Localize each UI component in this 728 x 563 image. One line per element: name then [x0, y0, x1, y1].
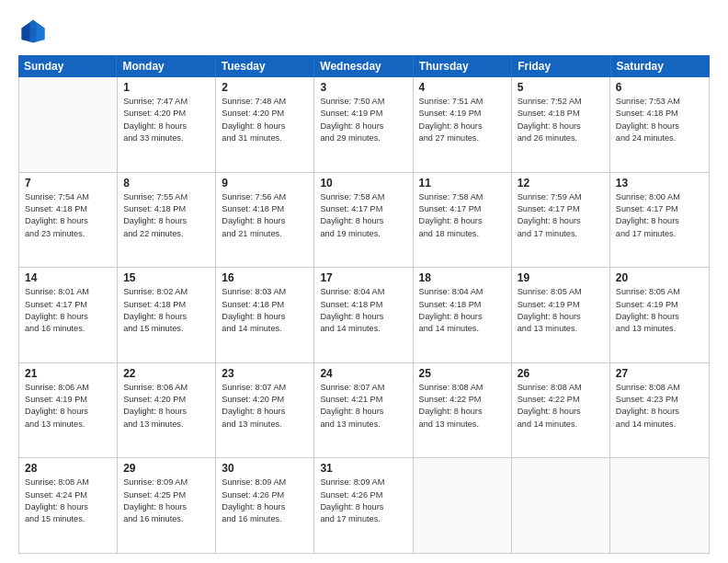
table-row: 4Sunrise: 7:51 AMSunset: 4:19 PMDaylight… — [414, 77, 512, 172]
cell-line: Daylight: 8 hours — [25, 501, 111, 513]
cell-line: Sunset: 4:19 PM — [419, 108, 506, 120]
cell-line: Sunset: 4:26 PM — [222, 489, 308, 501]
cell-line: Daylight: 8 hours — [419, 311, 506, 323]
cell-line: Sunset: 4:18 PM — [25, 203, 111, 215]
day-number: 24 — [320, 367, 406, 380]
cell-line: Sunrise: 8:05 AM — [616, 286, 703, 298]
day-number: 11 — [419, 177, 506, 190]
cell-line: Daylight: 8 hours — [123, 215, 210, 227]
table-row: 26Sunrise: 8:08 AMSunset: 4:22 PMDayligh… — [512, 363, 610, 458]
cell-line: Daylight: 8 hours — [123, 501, 210, 513]
cell-line: Sunrise: 7:54 AM — [25, 191, 111, 203]
table-row: 12Sunrise: 7:59 AMSunset: 4:17 PMDayligh… — [512, 173, 610, 268]
table-row: 14Sunrise: 8:01 AMSunset: 4:17 PMDayligh… — [19, 268, 118, 362]
table-row — [512, 458, 610, 553]
cell-line: Daylight: 8 hours — [419, 215, 506, 227]
logo-icon — [18, 17, 48, 46]
cell-line: Sunrise: 7:53 AM — [616, 96, 703, 108]
table-row — [414, 458, 512, 553]
day-number: 10 — [320, 177, 406, 190]
table-row: 22Sunrise: 8:06 AMSunset: 4:20 PMDayligh… — [118, 363, 216, 458]
cell-line: Sunset: 4:19 PM — [518, 299, 604, 311]
calendar-row: 28Sunrise: 8:08 AMSunset: 4:24 PMDayligh… — [19, 458, 709, 553]
cell-line: Sunset: 4:17 PM — [320, 203, 406, 215]
cell-line: Sunset: 4:17 PM — [616, 203, 703, 215]
day-number: 15 — [123, 271, 210, 284]
cell-line: Daylight: 8 hours — [222, 215, 308, 227]
day-number: 1 — [123, 81, 210, 94]
day-number: 17 — [320, 271, 406, 284]
cell-line: Daylight: 8 hours — [123, 311, 210, 323]
cell-line: Sunset: 4:18 PM — [123, 299, 210, 311]
cell-line: Sunset: 4:26 PM — [320, 489, 406, 501]
day-number: 5 — [518, 81, 604, 94]
cell-line: and 16 minutes. — [222, 513, 308, 525]
table-row: 6Sunrise: 7:53 AMSunset: 4:18 PMDaylight… — [610, 77, 709, 172]
cell-line: Sunrise: 7:47 AM — [123, 96, 210, 108]
day-number: 25 — [419, 367, 506, 380]
cell-line: Sunrise: 8:07 AM — [320, 382, 406, 394]
cell-line: Sunset: 4:20 PM — [123, 108, 210, 120]
cell-line: and 21 minutes. — [222, 228, 308, 240]
cell-line: Sunrise: 8:03 AM — [222, 286, 308, 298]
cell-line: Daylight: 8 hours — [616, 311, 703, 323]
cell-line: Sunset: 4:25 PM — [123, 489, 210, 501]
day-number: 31 — [320, 462, 406, 475]
cell-line: and 33 minutes. — [123, 132, 210, 144]
cell-line: Daylight: 8 hours — [518, 406, 604, 418]
day-number: 4 — [419, 81, 506, 94]
cell-line: Sunset: 4:17 PM — [25, 299, 111, 311]
svg-marker-2 — [22, 23, 30, 41]
header-cell-thursday: Thursday — [414, 55, 512, 77]
header-cell-friday: Friday — [512, 55, 610, 77]
day-number: 29 — [123, 462, 210, 475]
cell-line: Daylight: 8 hours — [518, 121, 604, 132]
table-row: 27Sunrise: 8:08 AMSunset: 4:23 PMDayligh… — [610, 363, 709, 458]
table-row: 31Sunrise: 8:09 AMSunset: 4:26 PMDayligh… — [314, 458, 413, 553]
day-number: 3 — [320, 81, 406, 94]
cell-line: Sunrise: 8:06 AM — [123, 382, 210, 394]
cell-line: Sunrise: 8:09 AM — [320, 477, 406, 488]
table-row: 29Sunrise: 8:09 AMSunset: 4:25 PMDayligh… — [118, 458, 216, 553]
svg-marker-1 — [37, 23, 45, 41]
cell-line: and 14 minutes. — [419, 323, 506, 335]
cell-line: and 16 minutes. — [25, 323, 111, 335]
cell-line: and 31 minutes. — [222, 132, 308, 144]
cell-line: Sunset: 4:19 PM — [320, 108, 406, 120]
table-row: 9Sunrise: 7:56 AMSunset: 4:18 PMDaylight… — [216, 173, 314, 268]
logo — [18, 17, 51, 46]
cell-line: and 13 minutes. — [25, 419, 111, 431]
table-row: 15Sunrise: 8:02 AMSunset: 4:18 PMDayligh… — [118, 268, 216, 362]
day-number: 19 — [518, 271, 604, 284]
cell-line: Daylight: 8 hours — [222, 311, 308, 323]
table-row: 2Sunrise: 7:48 AMSunset: 4:20 PMDaylight… — [216, 77, 314, 172]
header-cell-wednesday: Wednesday — [314, 55, 413, 77]
cell-line: Daylight: 8 hours — [320, 215, 406, 227]
cell-line: and 13 minutes. — [222, 419, 308, 431]
cell-line: Sunrise: 8:08 AM — [518, 382, 604, 394]
calendar: SundayMondayTuesdayWednesdayThursdayFrid… — [18, 55, 710, 554]
table-row: 11Sunrise: 7:58 AMSunset: 4:17 PMDayligh… — [414, 173, 512, 268]
header-cell-saturday: Saturday — [611, 55, 710, 77]
cell-line: Sunrise: 7:50 AM — [320, 96, 406, 108]
table-row: 28Sunrise: 8:08 AMSunset: 4:24 PMDayligh… — [19, 458, 118, 553]
calendar-body: 1Sunrise: 7:47 AMSunset: 4:20 PMDaylight… — [18, 77, 710, 554]
cell-line: and 14 minutes. — [616, 419, 703, 431]
cell-line: Daylight: 8 hours — [123, 406, 210, 418]
table-row: 18Sunrise: 8:04 AMSunset: 4:18 PMDayligh… — [414, 268, 512, 362]
cell-line: Sunrise: 8:05 AM — [518, 286, 604, 298]
cell-line: and 13 minutes. — [320, 419, 406, 431]
cell-line: Daylight: 8 hours — [518, 311, 604, 323]
cell-line: and 26 minutes. — [518, 132, 604, 144]
cell-line: Sunrise: 7:59 AM — [518, 191, 604, 203]
calendar-header: SundayMondayTuesdayWednesdayThursdayFrid… — [18, 55, 710, 77]
cell-line: Sunrise: 8:08 AM — [616, 382, 703, 394]
cell-line: Daylight: 8 hours — [222, 121, 308, 132]
cell-line: and 14 minutes. — [222, 323, 308, 335]
cell-line: and 17 minutes. — [320, 513, 406, 525]
cell-line: Sunrise: 8:06 AM — [25, 382, 111, 394]
cell-line: Sunrise: 8:01 AM — [25, 286, 111, 298]
day-number: 13 — [616, 177, 703, 190]
cell-line: Sunset: 4:18 PM — [222, 203, 308, 215]
cell-line: Sunrise: 8:04 AM — [320, 286, 406, 298]
